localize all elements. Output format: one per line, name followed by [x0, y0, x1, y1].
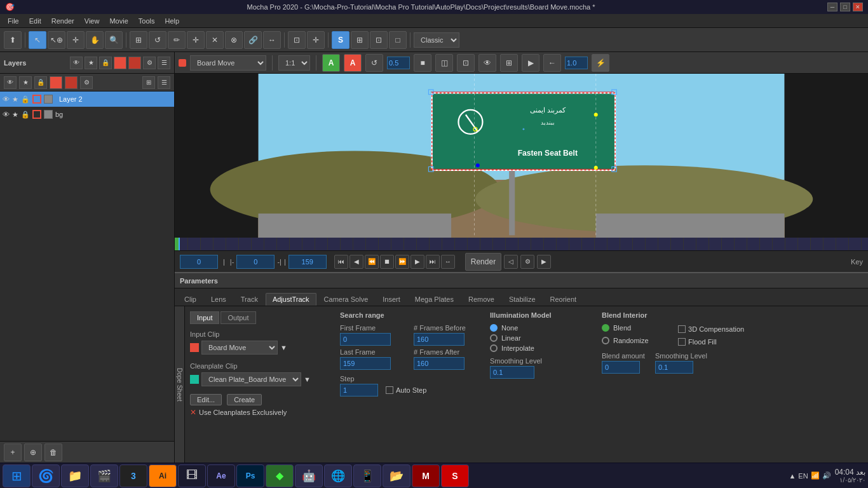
- layer-row-layer2[interactable]: 👁 ★ 🔒 Layer 2: [0, 92, 174, 107]
- radio-linear[interactable]: Linear: [490, 334, 592, 342]
- tab-adjust-track[interactable]: AdjustTrack: [266, 293, 316, 306]
- zoom-select[interactable]: 1:1: [278, 55, 310, 71]
- menu-movie[interactable]: Movie: [104, 16, 133, 26]
- opacity-input[interactable]: [387, 57, 410, 69]
- render-settings-btn[interactable]: ◁: [504, 255, 518, 269]
- taskbar-explorer[interactable]: 📁: [61, 464, 89, 487]
- settings-icon[interactable]: ⚙: [143, 57, 156, 69]
- tray-arrow[interactable]: ▲: [789, 472, 796, 480]
- taskbar-aftereffects[interactable]: Ae: [207, 464, 235, 487]
- layer-row-bg[interactable]: 👁 ★ 🔒 bg: [0, 107, 174, 122]
- loop-btn[interactable]: ↔: [441, 255, 455, 269]
- next-frame-slow-btn[interactable]: ⏩: [395, 255, 409, 269]
- play-view-btn[interactable]: ▶: [522, 54, 539, 72]
- tab-remove[interactable]: Remove: [461, 293, 501, 306]
- create-button[interactable]: Create: [227, 394, 262, 405]
- select-all-tool[interactable]: ↖⊕: [48, 31, 65, 49]
- taskbar-software-s[interactable]: S: [441, 464, 469, 487]
- color-pick-icon2[interactable]: [65, 76, 78, 89]
- expand-icon[interactable]: ⊞: [142, 76, 155, 89]
- tab-mega-plates[interactable]: Mega Plates: [408, 293, 461, 306]
- view-mode-select[interactable]: Classic Modern: [414, 32, 459, 48]
- eye-icon-row[interactable]: 👁: [4, 76, 17, 89]
- radio-linear-btn[interactable]: [490, 334, 498, 342]
- menu-view[interactable]: View: [79, 16, 105, 26]
- close-button[interactable]: ✕: [853, 3, 863, 11]
- color-pick-icon[interactable]: [50, 76, 62, 89]
- frames-after-input[interactable]: [414, 357, 465, 370]
- duplicate-layer-btn[interactable]: ⊕: [24, 444, 42, 461]
- refresh-btn[interactable]: ↺: [365, 54, 383, 72]
- first-frame-input[interactable]: [340, 333, 391, 346]
- grid-tool[interactable]: ⊞: [351, 31, 369, 49]
- magnet-tool[interactable]: ↔: [263, 31, 281, 49]
- step-input[interactable]: [340, 384, 378, 396]
- tab-insert[interactable]: Insert: [376, 293, 407, 306]
- eye-view-btn[interactable]: 👁: [478, 54, 496, 72]
- link-icon[interactable]: [128, 57, 141, 69]
- lightning-btn[interactable]: ⚡: [592, 54, 609, 72]
- start-button[interactable]: ⊞: [3, 464, 31, 487]
- list-icon[interactable]: ☰: [158, 57, 170, 69]
- goto-end-btn[interactable]: ⏭: [426, 255, 440, 269]
- smoothing-right-input[interactable]: [655, 361, 693, 374]
- taskbar-whatsapp[interactable]: 📱: [353, 464, 381, 487]
- next-frame-btn[interactable]: ▶: [410, 255, 424, 269]
- use-cleanplates-row[interactable]: ✕ Use Cleanplates Exclusively: [190, 408, 330, 417]
- pen-tool[interactable]: ✏: [168, 31, 186, 49]
- taskbar-files[interactable]: 📂: [383, 464, 410, 487]
- radio-none[interactable]: None: [490, 324, 592, 332]
- dope-sheet-tab[interactable]: Dope Sheet: [175, 306, 185, 463]
- delete-layer-btn[interactable]: 🗑: [44, 444, 62, 461]
- comp-mode-btn[interactable]: ◫: [435, 54, 453, 72]
- tab-lens[interactable]: Lens: [204, 293, 233, 306]
- color-b-btn[interactable]: A: [344, 54, 362, 72]
- auto-step-checkbox[interactable]: [386, 386, 393, 394]
- taskbar-chrome[interactable]: 🌐: [324, 464, 352, 487]
- menu-tools[interactable]: Tools: [133, 16, 160, 26]
- minimize-button[interactable]: ─: [827, 3, 837, 11]
- taskbar-media[interactable]: 🎬: [90, 464, 118, 487]
- mask-btn[interactable]: ⊡: [457, 54, 475, 72]
- taskbar-photoshop[interactable]: Ps: [236, 464, 264, 487]
- link-tool[interactable]: 🔗: [244, 31, 262, 49]
- move-tool[interactable]: ✛: [307, 31, 325, 49]
- radio-interpolate-btn[interactable]: [490, 344, 498, 352]
- view-channel-btn[interactable]: ■: [414, 54, 431, 72]
- tab-output[interactable]: Output: [220, 311, 255, 324]
- select-tool[interactable]: ↖: [29, 31, 46, 49]
- taskbar-robot[interactable]: 🤖: [295, 464, 323, 487]
- flood-fill-row[interactable]: Flood Fill: [678, 337, 744, 347]
- tab-camera-solve[interactable]: Camera Solve: [317, 293, 376, 306]
- tab-stabilize[interactable]: Stabilize: [502, 293, 543, 306]
- compensation-row[interactable]: 3D Compensation: [678, 324, 744, 334]
- lock-icon[interactable]: 🔒: [99, 57, 112, 69]
- goto-start-btn[interactable]: ⏮: [334, 255, 348, 269]
- add-point-tool[interactable]: ✛: [187, 31, 205, 49]
- prev-frame-btn[interactable]: ◀: [349, 255, 363, 269]
- render-btn[interactable]: Render: [465, 253, 501, 271]
- settings-icon2[interactable]: ⚙: [80, 76, 93, 89]
- tab-track[interactable]: Track: [234, 293, 265, 306]
- pan-tool[interactable]: ✋: [86, 31, 104, 49]
- blend-amount-input[interactable]: [602, 361, 640, 374]
- render-options-btn[interactable]: ⚙: [520, 255, 534, 269]
- timeline-scrubber[interactable]: [175, 238, 868, 250]
- taskbar-mocha-m[interactable]: M: [412, 464, 440, 487]
- stereo-tool[interactable]: ⊡: [370, 31, 388, 49]
- prev-view-btn[interactable]: ←: [543, 54, 561, 72]
- menu-file[interactable]: File: [3, 16, 24, 26]
- star-icon-row[interactable]: ★: [19, 76, 32, 89]
- close-spline-tool[interactable]: ⊗: [225, 31, 243, 49]
- overlay-tool[interactable]: □: [389, 31, 407, 49]
- stop-btn[interactable]: ⏹: [380, 255, 394, 269]
- radio-randomize-btn[interactable]: [602, 337, 609, 344]
- tab-input[interactable]: Input: [190, 311, 219, 324]
- edit-button[interactable]: Edit...: [190, 394, 222, 405]
- render-play-btn[interactable]: ▶: [537, 255, 551, 269]
- create-tool[interactable]: ✛: [67, 31, 85, 49]
- project-select[interactable]: Board Move: [190, 55, 266, 71]
- cleanplate-dropdown[interactable]: Clean Plate_Board Move: [201, 372, 301, 386]
- radio-blend-btn[interactable]: [602, 324, 609, 332]
- tab-reorient[interactable]: Reorient: [543, 293, 584, 306]
